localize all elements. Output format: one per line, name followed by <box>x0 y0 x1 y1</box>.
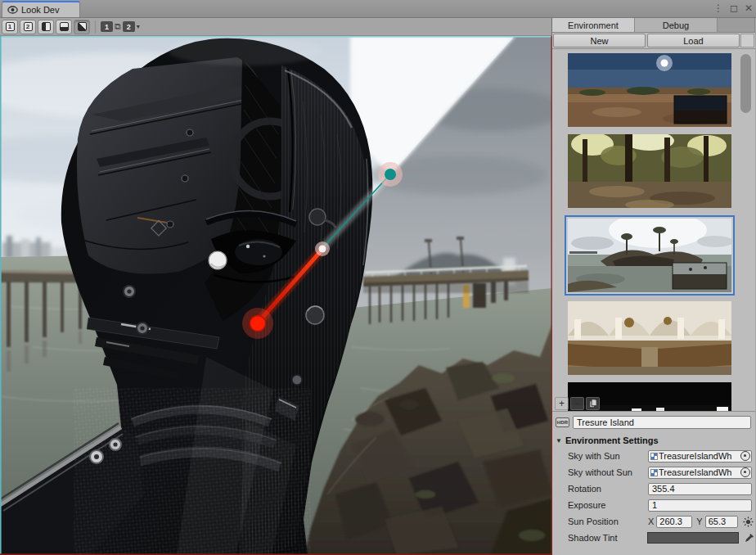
env-actions: New Load <box>552 33 755 49</box>
tab-environment[interactable]: Environment <box>552 18 635 32</box>
object-picker-icon[interactable] <box>740 451 750 461</box>
close-icon[interactable]: ✕ <box>745 2 753 14</box>
texture-icon <box>650 469 658 476</box>
eye-icon <box>7 6 18 14</box>
env-thumb-inset <box>674 96 727 124</box>
split-horizontal-icon <box>60 22 69 31</box>
sky-without-sun-label: Sky without Sun <box>568 467 648 477</box>
sun-gizmo-mid-handle[interactable] <box>319 246 326 253</box>
x-axis-label: X <box>648 517 654 526</box>
link-cameras-icon[interactable]: ⧉ <box>115 21 121 32</box>
tab-spacer <box>718 18 755 32</box>
chevron-down-icon[interactable]: ▾ <box>137 23 140 30</box>
environment-settings: ▼ Environment Settings Sky with Sun Trea… <box>552 432 755 555</box>
sky-with-sun-row: Sky with Sun TreasureIslandWh <box>552 448 755 464</box>
layout-single-1-button[interactable]: 1 <box>2 20 18 34</box>
exposure-row: Exposure 1 <box>552 497 755 513</box>
lookdev-viewport[interactable] <box>0 36 552 555</box>
sun-gizmo-red-handle[interactable] <box>250 316 266 332</box>
duplicate-icon <box>589 399 597 408</box>
layout-split-horizontal-button[interactable] <box>56 20 72 34</box>
environment-settings-header[interactable]: ▼ Environment Settings <box>552 434 755 448</box>
duplicate-environment-button[interactable] <box>586 397 600 410</box>
env-list-toolbar: + − <box>552 395 755 412</box>
shadow-tint-swatch[interactable] <box>647 532 739 544</box>
sky-with-sun-label: Sky with Sun <box>568 451 648 461</box>
tab-debug[interactable]: Debug <box>635 18 718 32</box>
remove-environment-button[interactable]: − <box>570 397 584 410</box>
hdr-name-field[interactable]: Tresure Island <box>573 416 751 429</box>
env-scrollbar[interactable] <box>740 51 752 409</box>
sun-pick-button[interactable] <box>742 515 755 528</box>
sun-position-label: Sun Position <box>568 517 648 526</box>
sky-with-sun-field[interactable]: TreasureIslandWh <box>648 450 752 463</box>
panel-tabs: Environment Debug <box>552 18 755 33</box>
rotation-field[interactable]: 355.4 <box>648 483 752 495</box>
object-picker-icon[interactable] <box>740 467 750 477</box>
env-thumb-arid-desert[interactable] <box>568 53 731 127</box>
layout-2-icon: 2 <box>24 22 33 31</box>
sun-x-field[interactable]: 260.3 <box>656 516 692 528</box>
env-thumb-church[interactable] <box>568 301 731 375</box>
split-diagonal-icon <box>78 22 87 31</box>
environment-list: + − <box>552 49 755 412</box>
eyedropper-button[interactable] <box>744 532 755 544</box>
camera-2-chip[interactable]: 2 <box>123 21 135 32</box>
rotation-label: Rotation <box>568 484 648 494</box>
hdr-badge: HDR <box>556 417 569 427</box>
exposure-label: Exposure <box>568 500 648 510</box>
lookdev-window: Look Dev ⋮ ◻ ✕ 1 2 1 ⧉ 2 ▾ <box>0 0 756 555</box>
texture-icon <box>650 453 658 460</box>
maximize-icon[interactable]: ◻ <box>730 2 738 14</box>
env-thumb-selected-border <box>565 215 735 296</box>
eyedropper-icon <box>745 533 754 543</box>
environment-panel: Environment Debug New Load <box>552 18 755 555</box>
window-menu-icon[interactable]: ⋮ <box>713 2 723 14</box>
new-button[interactable]: New <box>553 34 646 47</box>
layout-split-vertical-button[interactable] <box>38 20 54 34</box>
hdr-name-row: HDR Tresure Island <box>552 412 755 432</box>
env-thumb-treasure-island[interactable] <box>568 219 731 292</box>
rotation-row: Rotation 355.4 <box>552 481 755 497</box>
sky-without-sun-row: Sky without Sun TreasureIslandWh <box>552 464 755 481</box>
temple-disc <box>309 209 326 225</box>
foldout-triangle-icon: ▼ <box>556 437 562 444</box>
sun-y-field[interactable]: 65.3 <box>705 516 738 528</box>
sun-gizmo-teal-handle[interactable] <box>385 169 396 180</box>
sky-without-sun-field[interactable]: TreasureIslandWh <box>648 467 752 479</box>
tab-look-dev[interactable]: Look Dev <box>2 1 80 17</box>
add-environment-button[interactable]: + <box>555 397 569 410</box>
env-thumb-forest[interactable] <box>568 134 731 208</box>
env-thumb-inset <box>673 263 727 289</box>
split-vertical-icon <box>42 22 51 31</box>
camera-1-chip[interactable]: 1 <box>101 21 113 32</box>
toolbar-separator <box>95 20 96 34</box>
title-bar: Look Dev ⋮ ◻ ✕ <box>0 0 756 18</box>
load-button[interactable]: Load <box>647 34 740 47</box>
shadow-tint-label: Shadow Tint <box>568 533 647 543</box>
layout-split-diagonal-button[interactable] <box>74 20 90 34</box>
viewport-scene <box>0 36 552 555</box>
layout-1-icon: 1 <box>6 22 15 31</box>
env-scrollbar-thumb[interactable] <box>740 54 751 113</box>
exposure-field[interactable]: 1 <box>648 499 752 512</box>
window-title: Look Dev <box>21 5 59 15</box>
sun-icon <box>743 517 754 527</box>
settings-header-label: Environment Settings <box>565 435 659 445</box>
lookdev-toolbar: 1 2 1 ⧉ 2 ▾ <box>0 18 551 36</box>
sun-position-row: Sun Position X 260.3 Y 65.3 <box>552 513 755 530</box>
layout-single-2-button[interactable]: 2 <box>20 20 36 34</box>
scroll-top-stub <box>740 34 754 47</box>
shadow-tint-row: Shadow Tint <box>552 530 755 546</box>
y-axis-label: Y <box>696 517 702 526</box>
